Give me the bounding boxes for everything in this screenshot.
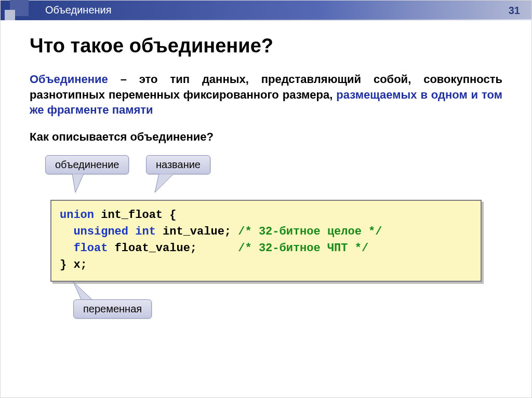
code-comment-2: /* 32-битное ЧПТ */ (238, 242, 368, 255)
callout-union-tail-icon (68, 174, 89, 195)
section-title: Объединения (45, 4, 112, 16)
header-bar: Объединения 31 (1, 1, 531, 19)
code-line3-rest: float_value; (108, 242, 197, 255)
header-underline (1, 19, 531, 20)
definition-text: Объединение – это тип данных, представля… (30, 72, 502, 118)
code-line1-rest: int_float { (94, 209, 176, 222)
page-number: 31 (509, 5, 520, 17)
code-block: union int_float { unsigned int int_value… (50, 200, 482, 282)
callout-name-tail-icon (154, 174, 180, 195)
svg-marker-0 (72, 174, 84, 193)
callout-variable: переменная (73, 299, 152, 319)
callout-row-top: объединение название (1, 155, 531, 186)
callout-name: название (146, 155, 210, 174)
sub-question: Как описывается объединение? (30, 130, 531, 144)
code-kw-union: union (60, 209, 94, 222)
page-title: Что такое объединение? (30, 35, 531, 57)
definition-term: Объединение (30, 73, 108, 86)
code-comment-1: /* 32-битное целое */ (238, 225, 382, 238)
code-kw-float: float (73, 242, 108, 255)
svg-marker-1 (155, 174, 174, 193)
code-line4: } x; (60, 258, 87, 271)
logo-icon (5, 0, 34, 24)
callout-row-bottom: переменная (1, 282, 531, 328)
callout-union: объединение (45, 155, 129, 174)
code-line2-rest: int_value; (156, 225, 238, 238)
code-line3-pad (197, 242, 238, 255)
slide: Объединения 31 Что такое объединение? Об… (0, 0, 532, 398)
svg-marker-2 (73, 282, 93, 300)
code-kw-unsigned-int: unsigned int (73, 225, 155, 238)
